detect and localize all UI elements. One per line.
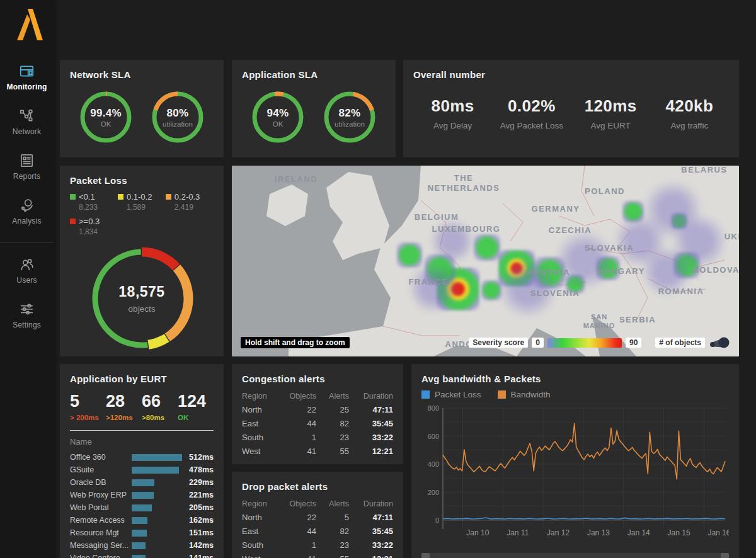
table-cell: South: [242, 540, 277, 550]
settings-icon: [18, 301, 35, 317]
reports-icon: [18, 152, 35, 169]
gauge-ok: 94%OK: [249, 89, 306, 145]
legend-value: 8,233: [79, 203, 118, 212]
table-cell: North: [242, 513, 277, 522]
eurt-bar: [132, 467, 179, 474]
eurt-app-name: Remote Access: [70, 516, 132, 525]
svg-text:600: 600: [428, 433, 439, 440]
table-cell: 35:45: [352, 419, 393, 428]
table-cell: 35:45: [352, 527, 393, 536]
eurt-bar: [132, 517, 147, 524]
sidebar-item-label: Users: [16, 276, 37, 285]
monitoring-icon: [18, 63, 35, 79]
table-cell: 41: [280, 447, 316, 456]
table-header-objects: Objects: [280, 499, 316, 508]
legend-label: 0.2-0.3: [175, 192, 200, 202]
stat-value: 120ms: [571, 96, 650, 116]
eurt-row[interactable]: GSuite478ms: [70, 464, 214, 476]
bandwidth-chart-title: Avg bandwidth & Packets: [421, 373, 729, 384]
eurt-bar: [132, 492, 154, 499]
congestion-alerts-card: Congestion alerts RegionObjectsAlertsDur…: [232, 364, 403, 464]
table-cell: 23: [319, 433, 349, 442]
eurt-row[interactable]: Remote Access162ms: [70, 514, 214, 527]
svg-text:Jan 13: Jan 13: [587, 528, 610, 537]
gauge-utilization: 82%utilization: [321, 89, 378, 145]
stat-label: Avg Packet Loss: [492, 121, 571, 132]
packet-loss-legend-item: 0.2-0.32,419: [166, 192, 214, 212]
sidebar-item-label: Settings: [13, 321, 41, 329]
eurt-row[interactable]: Web Portal205ms: [70, 501, 214, 514]
legend-label: Bandwidth: [511, 390, 551, 399]
gauge-value: 94%: [267, 107, 289, 120]
severity-gradient-bar: [547, 338, 622, 348]
svg-text:800: 800: [428, 404, 439, 412]
table-header-region: Region: [242, 499, 277, 508]
eurt-stat-value: 28: [106, 392, 142, 411]
sidebar-item-monitoring[interactable]: Monitoring: [0, 63, 54, 91]
overall-stats: 80msAvg Delay0.02%Avg Packet Loss120msAv…: [413, 96, 729, 132]
sidebar-nav: MonitoringNetworkReportsAnalysisUsersSet…: [0, 63, 54, 346]
table-cell: 44: [280, 527, 316, 536]
sidebar-item-analysis[interactable]: Analysis: [0, 197, 54, 225]
eurt-stat-value: 124: [178, 392, 214, 411]
users-icon: [18, 256, 35, 273]
analysis-icon: [18, 197, 35, 214]
svg-text:Jan 14: Jan 14: [627, 528, 650, 537]
svg-text:Jan 10: Jan 10: [466, 528, 489, 537]
object-size-scale-icon: [709, 335, 730, 350]
geo-heatmap[interactable]: IRELANDTHE NETHERLANDSPOLANDBELARUSGERMA…: [232, 166, 739, 356]
sidebar-item-settings[interactable]: Settings: [0, 301, 54, 329]
eurt-app-name: Office 360: [70, 453, 132, 462]
table-cell: South: [242, 433, 277, 442]
drop-packet-alerts-card: Drop packet alerts RegionObjectsAlertsDu…: [232, 472, 403, 558]
eurt-stat-label: OK: [178, 414, 214, 421]
gauge-value: 80%: [167, 107, 189, 120]
gauge-label: utilization: [335, 120, 365, 128]
eurt-row[interactable]: Web Proxy ERP221ms: [70, 489, 214, 501]
drop-packet-alerts-table: RegionObjectsAlertsDurationNorth22547:11…: [242, 499, 393, 558]
legend-swatch: [166, 194, 171, 200]
table-cell: West: [242, 554, 277, 558]
svg-text:Jan 12: Jan 12: [547, 528, 570, 537]
svg-text:Jan 16: Jan 16: [707, 528, 729, 537]
sidebar-item-label: Analysis: [12, 217, 41, 225]
chart-legend-item: Packet Loss: [421, 390, 481, 399]
donut-total: 18,575: [118, 283, 164, 300]
eurt-row[interactable]: Office 360512ms: [70, 451, 214, 464]
sidebar-item-reports[interactable]: Reports: [0, 152, 54, 181]
eurt-app-name: Web Proxy ERP: [70, 491, 132, 499]
table-cell: North: [242, 405, 277, 414]
application-sla-title: Application SLA: [242, 69, 386, 80]
eurt-row[interactable]: Video Confere...141ms: [70, 552, 214, 558]
chart-scrollbar[interactable]: [421, 553, 729, 558]
scrollbar-right-handle[interactable]: [721, 553, 729, 558]
eurt-row[interactable]: Messaging Ser...142ms: [70, 539, 214, 552]
packet-loss-card: Packet Loss <0.18,2330.1-0.21,5890.2-0.3…: [60, 166, 224, 356]
sidebar-item-users[interactable]: Users: [0, 256, 54, 285]
sidebar: MonitoringNetworkReportsAnalysisUsersSet…: [0, 0, 54, 558]
legend-label: Packet Loss: [435, 390, 481, 399]
overall-number-card: Overall number 80msAvg Delay0.02%Avg Pac…: [403, 60, 739, 157]
sidebar-item-network[interactable]: Network: [0, 108, 54, 136]
packet-loss-legend-item: >=0.31,834: [70, 217, 118, 236]
legend-swatch: [118, 194, 123, 200]
overall-stat: 420kbAvg traffic: [650, 96, 729, 132]
stat-value: 420kb: [650, 96, 729, 116]
table-cell: 44: [280, 419, 316, 428]
gauge-value: 99.4%: [90, 107, 122, 120]
eurt-row[interactable]: Oracle DB229ms: [70, 476, 214, 489]
stat-label: Avg Delay: [413, 121, 492, 132]
table-cell: East: [242, 527, 277, 536]
svg-text:Jan 11: Jan 11: [507, 528, 529, 537]
packet-loss-title: Packet Loss: [70, 175, 214, 186]
eurt-name-header: Name: [70, 437, 214, 447]
overall-stat: 80msAvg Delay: [413, 96, 492, 132]
scrollbar-left-handle[interactable]: [421, 553, 430, 558]
svg-text:200: 200: [428, 489, 439, 496]
app-logo-icon[interactable]: [11, 6, 43, 45]
gauge-label: utilization: [163, 120, 193, 128]
severity-min: 0: [532, 338, 544, 348]
application-sla-gauges: 94%OK82%utilization: [242, 89, 386, 145]
eurt-row[interactable]: Resource Mgt151ms: [70, 527, 214, 539]
eurt-stat: 66>80ms: [142, 392, 178, 421]
